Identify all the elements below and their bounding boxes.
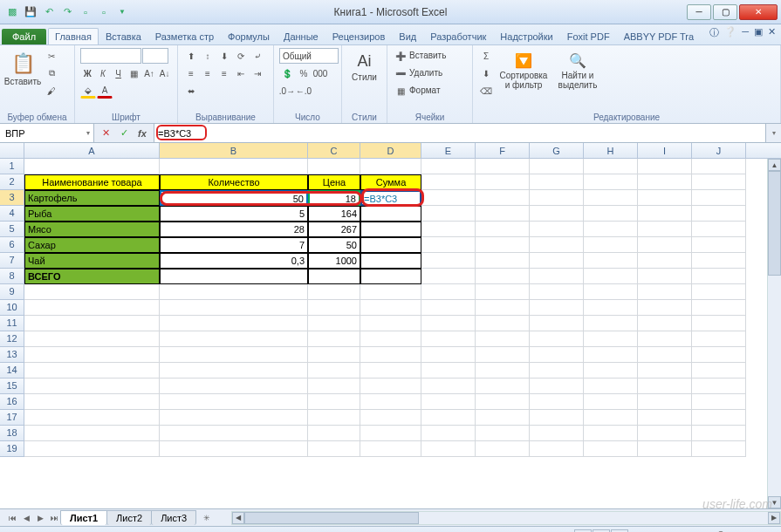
cell[interactable] — [692, 363, 746, 379]
cell[interactable] — [638, 410, 692, 426]
row-header[interactable]: 14 — [0, 363, 24, 379]
save-icon[interactable]: 💾 — [22, 3, 39, 21]
cell[interactable] — [530, 426, 584, 441]
cell[interactable] — [421, 206, 476, 222]
fill-icon[interactable]: ⬇ — [478, 65, 494, 81]
sheet-tab[interactable]: Лист3 — [151, 510, 196, 525]
cell[interactable] — [421, 237, 476, 253]
cell[interactable] — [692, 300, 746, 316]
cell[interactable] — [308, 159, 360, 174]
currency-icon[interactable]: 💲 — [279, 65, 295, 81]
excel-icon[interactable]: ▩ — [3, 3, 21, 21]
font-color-icon[interactable]: A — [97, 83, 113, 99]
qat-btn[interactable]: ▫ — [95, 3, 113, 21]
cell[interactable] — [360, 159, 421, 174]
fx-icon[interactable]: fx — [134, 126, 151, 141]
format-painter-icon[interactable]: 🖌 — [44, 83, 59, 99]
cell[interactable] — [638, 269, 692, 284]
clear-icon[interactable]: ⌫ — [478, 83, 494, 99]
cell[interactable] — [638, 159, 692, 174]
cell[interactable] — [308, 300, 360, 316]
cell[interactable] — [24, 284, 160, 300]
row-header[interactable]: 6 — [0, 237, 24, 253]
cell[interactable] — [584, 316, 638, 331]
cell[interactable] — [24, 300, 160, 316]
cell[interactable] — [584, 190, 638, 206]
cell[interactable] — [692, 379, 746, 394]
table-header[interactable]: Сумма — [360, 174, 421, 190]
cell[interactable] — [476, 190, 530, 206]
scroll-left-icon[interactable]: ◀ — [232, 512, 244, 524]
cell[interactable] — [692, 159, 746, 174]
table-header[interactable]: Количество — [160, 174, 308, 190]
cell[interactable] — [360, 441, 421, 457]
cell[interactable] — [421, 222, 476, 237]
cell[interactable] — [476, 159, 530, 174]
scroll-thumb[interactable] — [244, 512, 419, 524]
number-format-combo[interactable]: Общий — [279, 48, 339, 64]
cell[interactable] — [476, 206, 530, 222]
cell[interactable] — [638, 190, 692, 206]
cell[interactable] — [476, 316, 530, 331]
cell[interactable] — [692, 237, 746, 253]
cell[interactable] — [476, 363, 530, 379]
scroll-right-icon[interactable]: ▶ — [768, 512, 780, 524]
cell[interactable] — [638, 331, 692, 347]
format-label[interactable]: Формат — [409, 83, 441, 99]
cell[interactable] — [638, 237, 692, 253]
cell[interactable] — [530, 174, 584, 190]
col-header[interactable]: J — [692, 143, 746, 158]
cell[interactable] — [530, 284, 584, 300]
cell[interactable] — [360, 300, 421, 316]
sheet-nav-last-icon[interactable]: ⏭ — [47, 511, 61, 525]
align-bottom-icon[interactable]: ⬇ — [216, 48, 232, 64]
cell[interactable] — [530, 316, 584, 331]
undo-icon[interactable]: ↶ — [40, 3, 58, 21]
cell[interactable] — [421, 269, 476, 284]
cell[interactable] — [360, 363, 421, 379]
workbook-restore-icon[interactable]: ▣ — [754, 26, 763, 39]
cell[interactable] — [308, 363, 360, 379]
cell[interactable] — [476, 237, 530, 253]
col-header[interactable]: A — [24, 143, 160, 158]
find-select-button[interactable]: 🔍 Найти и выделить — [553, 48, 602, 100]
row-header[interactable]: 17 — [0, 410, 24, 426]
cell[interactable] — [692, 174, 746, 190]
maximize-button[interactable]: ▢ — [713, 4, 737, 20]
row-header[interactable]: 8 — [0, 269, 24, 284]
cell[interactable] — [360, 347, 421, 363]
cell[interactable] — [584, 347, 638, 363]
cell[interactable] — [530, 206, 584, 222]
cell[interactable] — [421, 284, 476, 300]
cell[interactable] — [308, 394, 360, 410]
cell[interactable] — [360, 316, 421, 331]
cell[interactable] — [24, 379, 160, 394]
cell[interactable]: 50 — [308, 237, 360, 253]
cell[interactable] — [160, 441, 308, 457]
row-header[interactable]: 9 — [0, 284, 24, 300]
cell[interactable] — [692, 316, 746, 331]
paste-button[interactable]: 📋 Вставить — [5, 48, 40, 100]
tab-insert[interactable]: Вставка — [99, 28, 148, 44]
col-header[interactable]: G — [530, 143, 584, 158]
file-tab[interactable]: Файл — [2, 29, 46, 44]
cell[interactable] — [638, 174, 692, 190]
cell[interactable]: 164 — [308, 206, 360, 222]
cell[interactable] — [476, 253, 530, 269]
cut-icon[interactable]: ✂ — [44, 48, 59, 64]
cell[interactable] — [638, 222, 692, 237]
col-header[interactable]: C — [308, 143, 360, 158]
cell[interactable] — [476, 379, 530, 394]
delete-cells-icon[interactable]: ➖ — [393, 65, 408, 81]
scroll-thumb[interactable] — [768, 171, 781, 276]
new-sheet-icon[interactable]: ✳ — [200, 511, 214, 525]
cell[interactable] — [160, 426, 308, 441]
cell[interactable] — [421, 363, 476, 379]
cell[interactable] — [530, 222, 584, 237]
cell[interactable] — [584, 331, 638, 347]
row-header[interactable]: 16 — [0, 394, 24, 410]
enter-formula-icon[interactable]: ✓ — [115, 126, 133, 141]
qat-dropdown-icon[interactable]: ▼ — [113, 3, 131, 21]
cell-b3[interactable]: 50 — [160, 190, 308, 206]
cell[interactable] — [360, 269, 421, 284]
